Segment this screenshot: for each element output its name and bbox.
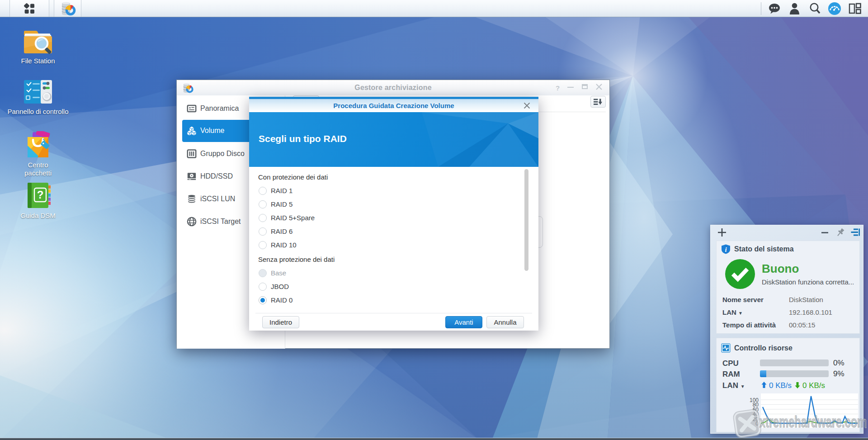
svg-text:?: ? <box>37 189 44 201</box>
svg-text:xtremehardware.com: xtremehardware.com <box>760 413 867 431</box>
